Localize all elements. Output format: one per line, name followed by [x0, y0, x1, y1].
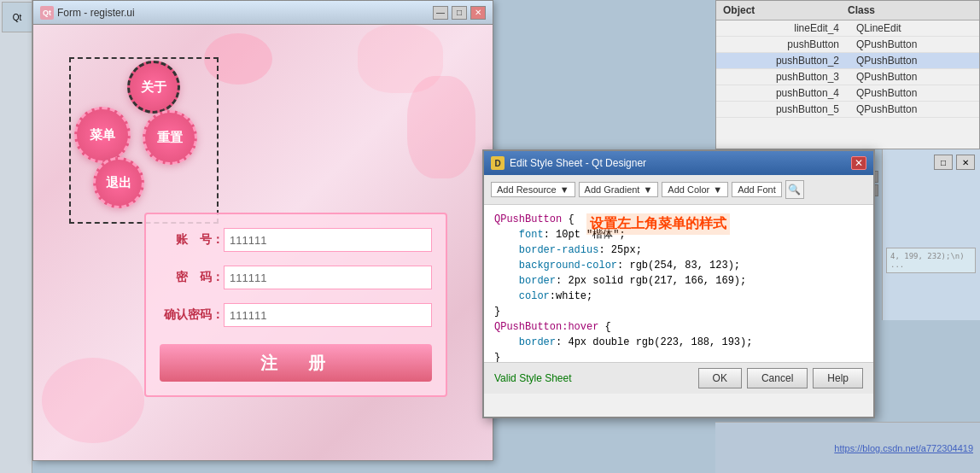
panel-expand-btn[interactable]: □ [934, 155, 953, 170]
inspector-row[interactable]: pushButton_3 QPushButton [716, 69, 979, 85]
inspector-row[interactable]: pushButton_4 QPushButton [716, 85, 979, 102]
style-sheet-dialog: D Edit Style Sheet - Qt Designer ✕ Add R… [482, 149, 875, 418]
confirm-input[interactable] [224, 303, 432, 327]
form-restore-btn[interactable]: □ [452, 6, 467, 20]
account-label: 账 号： [160, 232, 224, 248]
form-content: 关于 菜单 重置 退出 账 号： 密 码： 确认密码： 注 册 [33, 25, 493, 460]
qt-left-panel: Qt [0, 0, 32, 473]
class-name: QPushButton [856, 87, 972, 99]
login-form-area: 账 号： 密 码： 确认密码： 注 册 [144, 213, 447, 397]
dropdown-arrow-icon: ▼ [643, 184, 652, 195]
about-button[interactable]: 关于 [127, 61, 180, 114]
inspector-row[interactable]: pushButton_5 QPushButton [716, 102, 979, 118]
form-window-controls: — □ ✕ [433, 6, 486, 20]
search-icon[interactable]: 🔍 [785, 180, 804, 199]
add-gradient-dropdown[interactable]: Add Gradient ▼ [579, 182, 659, 197]
help-button[interactable]: Help [813, 368, 863, 388]
dialog-title-text: Edit Style Sheet - Qt Designer [510, 157, 646, 169]
form-minimize-btn[interactable]: — [433, 6, 448, 20]
inspector-row[interactable]: pushButton QPushButton [716, 37, 979, 53]
blog-url[interactable]: https://blog.csdn.net/a772304419 [834, 443, 973, 453]
panel-close-btn[interactable]: ✕ [956, 155, 975, 170]
class-name: QPushButton [856, 103, 972, 115]
add-font-dropdown[interactable]: Add Font [732, 182, 782, 197]
form-window: Qt Form - register.ui — □ ✕ 关于 菜单 重置 退出 … [32, 0, 493, 461]
password-field-row: 密 码： [160, 266, 432, 289]
object-name: pushButton_4 [723, 87, 856, 99]
inspector-row[interactable]: lineEdit_4 QLineEdit [716, 20, 979, 37]
class-name: QPushButton [856, 55, 972, 67]
code-line: color:white; [494, 289, 863, 304]
reset-button[interactable]: 重置 [143, 110, 197, 165]
code-line: QPushButton { [494, 212, 863, 227]
register-button[interactable]: 注 册 [160, 344, 432, 382]
account-input[interactable] [224, 228, 432, 252]
valid-style-text: Valid Style Sheet [494, 372, 572, 384]
menu-button[interactable]: 菜单 [74, 107, 131, 163]
dialog-close-btn[interactable]: ✕ [851, 156, 866, 170]
object-name: pushButton [723, 38, 856, 50]
dropdown-arrow-icon: ▼ [713, 184, 722, 195]
form-title: Qt Form - register.ui [40, 6, 135, 20]
code-line: background-color: rgb(254, 83, 123); [494, 258, 863, 273]
left-panel-item[interactable]: Qt [2, 2, 32, 32]
code-line: border: 4px double rgb(223, 188, 193); [494, 335, 863, 350]
inspector-header: Object Class [716, 1, 979, 20]
bottom-right-panel: https://blog.csdn.net/a772304419 [715, 422, 980, 473]
form-titlebar: Qt Form - register.ui — □ ✕ [33, 1, 493, 25]
class-column-header: Class [848, 4, 972, 16]
class-name: QPushButton [856, 38, 972, 50]
add-color-dropdown[interactable]: Add Color ▼ [662, 182, 728, 197]
ok-button[interactable]: OK [698, 368, 742, 388]
password-label: 密 码： [160, 270, 224, 285]
right-panel-text: 4, 199, 232);\n) ... [890, 252, 971, 269]
class-name: QLineEdit [856, 22, 972, 34]
code-line: font: 10pt "楷体"; [494, 227, 863, 242]
inspector-row[interactable]: pushButton_2 QPushButton [716, 53, 979, 69]
object-name: lineEdit_4 [723, 22, 856, 34]
exit-button[interactable]: 退出 [93, 157, 144, 208]
code-line: } [494, 304, 863, 319]
dialog-footer: Valid Style Sheet OK Cancel Help [484, 363, 873, 394]
confirm-label: 确认密码： [160, 307, 224, 323]
code-line: QPushButton:hover { [494, 319, 863, 335]
code-line: border: 2px solid rgb(217, 166, 169); [494, 273, 863, 289]
password-input[interactable] [224, 266, 432, 289]
inspector-rows: lineEdit_4 QLineEdit pushButton QPushBut… [716, 20, 979, 118]
dialog-toolbar: Add Resource ▼ Add Gradient ▼ Add Color … [484, 175, 873, 205]
add-resource-dropdown[interactable]: Add Resource ▼ [491, 182, 575, 197]
code-editor[interactable]: 设置左上角菜单的样式 QPushButton { font: 10pt "楷体"… [484, 205, 873, 363]
code-line: border-radius: 25px; [494, 242, 863, 258]
form-title-text: Form - register.ui [57, 7, 135, 19]
object-name: pushButton_3 [723, 71, 856, 83]
account-field-row: 账 号： [160, 228, 432, 252]
dropdown-arrow-icon: ▼ [560, 184, 569, 195]
dialog-title-content: D Edit Style Sheet - Qt Designer [491, 156, 646, 170]
class-name: QPushButton [856, 71, 972, 83]
dialog-titlebar: D Edit Style Sheet - Qt Designer ✕ [484, 151, 873, 175]
form-close-btn[interactable]: ✕ [470, 6, 486, 20]
dialog-title-icon: D [491, 156, 505, 170]
form-title-icon: Qt [40, 6, 54, 20]
object-name: pushButton_5 [723, 103, 856, 115]
object-column-header: Object [723, 4, 848, 16]
cancel-button[interactable]: Cancel [747, 368, 808, 388]
code-line: } [494, 350, 863, 363]
object-inspector: Object Class lineEdit_4 QLineEdit pushBu… [715, 0, 980, 149]
confirm-field-row: 确认密码： [160, 303, 432, 327]
object-name: pushButton_2 [723, 55, 856, 67]
